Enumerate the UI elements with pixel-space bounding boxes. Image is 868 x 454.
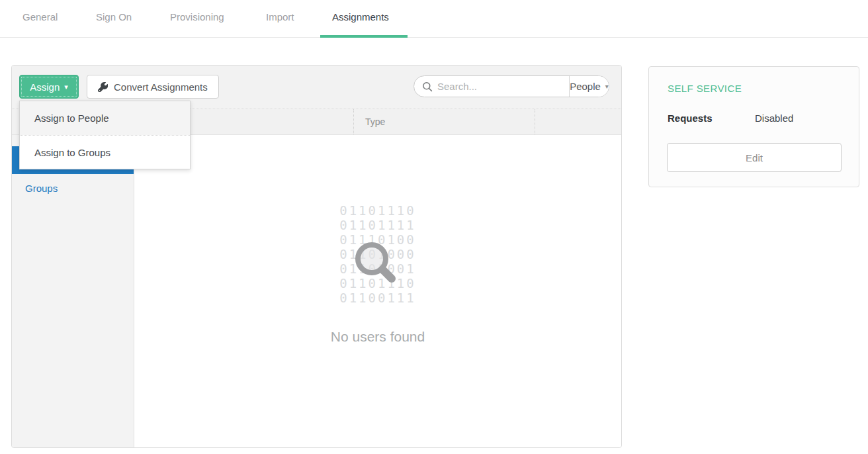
binary-line: 01100111 <box>134 291 621 305</box>
binary-line: 01101111 <box>134 218 621 232</box>
tab-general[interactable]: General <box>22 11 58 23</box>
search-input[interactable] <box>437 81 569 92</box>
tab-import[interactable]: Import <box>266 11 294 23</box>
tab-assignments[interactable]: Assignments <box>332 11 389 23</box>
magnifier-icon <box>351 238 398 285</box>
column-header-actions <box>535 109 621 134</box>
assignments-empty-state: 01101110 01101111 01110100 01101000 0110… <box>134 135 621 447</box>
edit-button[interactable]: Edit <box>667 143 842 172</box>
requests-label: Requests <box>668 113 713 124</box>
sidebar-item-groups[interactable]: Groups <box>12 174 134 202</box>
convert-assignments-button[interactable]: Convert Assignments <box>87 75 219 99</box>
tab-provisioning[interactable]: Provisioning <box>170 11 224 23</box>
tab-sign-on[interactable]: Sign On <box>96 11 132 23</box>
assign-button-label: Assign <box>30 81 60 93</box>
assignment-filter-sidebar: Groups <box>12 135 134 447</box>
app-tab-bar: General Sign On Provisioning Import Assi… <box>0 0 868 38</box>
column-header-type[interactable]: Type <box>353 109 535 134</box>
assign-button[interactable]: Assign ▾ <box>19 75 79 99</box>
search-field-wrap <box>414 76 569 97</box>
assign-dropdown-menu: Assign to People Assign to Groups <box>19 101 191 169</box>
search-scope-dropdown[interactable]: People ▾ <box>569 76 609 97</box>
empty-state-message: No users found <box>134 329 621 345</box>
search-pill: People ▾ <box>413 75 609 97</box>
requests-value: Disabled <box>755 113 793 124</box>
assignments-body: Groups 01101110 01101111 01110100 011010… <box>12 135 621 447</box>
caret-down-icon: ▾ <box>605 83 609 90</box>
self-service-panel: SELF SERVICE Requests Disabled Edit <box>648 66 859 187</box>
menu-item-assign-to-people[interactable]: Assign to People <box>20 101 190 135</box>
search-icon <box>422 81 433 92</box>
active-tab-underline <box>320 35 408 38</box>
self-service-title: SELF SERVICE <box>668 83 742 94</box>
convert-assignments-label: Convert Assignments <box>114 81 208 93</box>
caret-down-icon: ▾ <box>64 83 68 91</box>
search-scope-label: People <box>570 81 601 92</box>
wrench-icon <box>98 82 108 92</box>
menu-item-assign-to-groups[interactable]: Assign to Groups <box>20 135 190 169</box>
binary-line: 01101110 <box>134 203 621 218</box>
app-assignments-screen: General Sign On Provisioning Import Assi… <box>0 0 868 454</box>
